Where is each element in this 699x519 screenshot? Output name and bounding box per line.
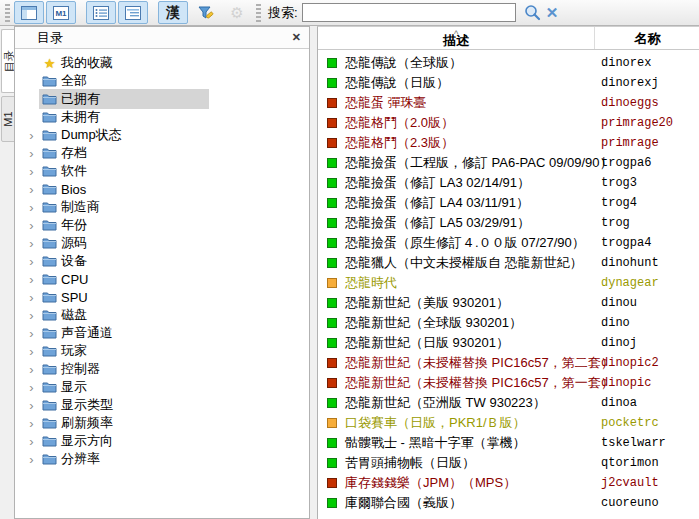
chevron-right-icon[interactable]: › (24, 254, 39, 269)
game-row[interactable]: 恐龍新世紀（美版 930201）dinou (318, 293, 699, 313)
tree-item[interactable]: ›CPU (15, 270, 309, 288)
chevron-right-icon[interactable]: › (24, 326, 39, 341)
chevron-right-icon[interactable]: › (24, 290, 39, 305)
chevron-right-icon[interactable]: › (24, 362, 39, 377)
tree-item[interactable]: ›磁盘 (15, 306, 309, 324)
tree-item-content[interactable]: Dump状态 (39, 125, 127, 145)
settings-button[interactable]: ⚙ (222, 1, 252, 24)
game-row[interactable]: 恐龍撿蛋（修訂 LA5 03/29/91）trog (318, 213, 699, 233)
tree-item-content[interactable]: 制造商 (39, 197, 105, 217)
chevron-right-icon[interactable]: › (24, 416, 39, 431)
tree-item[interactable]: ›源码 (15, 234, 309, 252)
chevron-right-icon[interactable]: › (24, 308, 39, 323)
game-row[interactable]: 恐龍格鬥（2.0版）primrage20 (318, 113, 699, 133)
chevron-right-icon[interactable]: › (24, 200, 39, 215)
tree-item-content[interactable]: CPU (39, 271, 93, 288)
tree-item[interactable]: ›显示 (15, 378, 309, 396)
tree-item[interactable]: ›控制器 (15, 360, 309, 378)
tree-item-content[interactable]: 刷新频率 (39, 413, 118, 433)
chevron-right-icon[interactable]: › (24, 182, 39, 197)
game-row[interactable]: 恐龍蛋 彈珠臺dinoeggs (318, 93, 699, 113)
game-row[interactable]: 恐龍撿蛋（原生修訂４.００版 07/27/90）trogpa4 (318, 233, 699, 253)
toggle-folders-panel-button[interactable] (14, 1, 44, 24)
game-row[interactable]: 恐龍新世紀（全球版 930201）dino (318, 313, 699, 333)
game-row[interactable]: 恐龍傳說（日版）dinorexj (318, 73, 699, 93)
tree-item-content[interactable]: 软件 (39, 161, 92, 181)
tree-item-content[interactable]: 显示类型 (39, 395, 118, 415)
tree-item[interactable]: ›刷新频率 (15, 414, 309, 432)
tree-item-content[interactable]: 分辨率 (39, 449, 105, 469)
toggle-details-view-button[interactable] (118, 1, 148, 24)
tree-item[interactable]: ›年份 (15, 216, 309, 234)
chevron-right-icon[interactable]: › (24, 272, 39, 287)
chevron-right-icon[interactable]: › (24, 380, 39, 395)
search-input[interactable] (302, 3, 516, 22)
toggle-list-view-button[interactable] (86, 1, 116, 24)
tree-item[interactable]: ›制造商 (15, 198, 309, 216)
game-row[interactable]: 恐龍撿蛋（修訂 LA4 03/11/91）trog4 (318, 193, 699, 213)
game-row[interactable]: 庫爾聯合國（義版）cuoreuno (318, 493, 699, 513)
tree-item-content[interactable]: 磁盘 (39, 305, 92, 325)
tree-item[interactable]: ›SPU (15, 288, 309, 306)
tree-item[interactable]: ›Bios (15, 180, 309, 198)
tree-item-content[interactable]: 已拥有 (39, 89, 209, 109)
game-row[interactable]: 恐龍撿蛋（工程版，修訂 PA6-PAC 09/09/90）trogpa6 (318, 153, 699, 173)
column-header-description[interactable]: ^ 描述 (318, 32, 594, 50)
tree-item-content[interactable]: 设备 (39, 251, 92, 271)
filter-button[interactable] (190, 1, 220, 24)
tree-item[interactable]: ›设备 (15, 252, 309, 270)
search-go-button[interactable] (524, 4, 541, 21)
tree-item[interactable]: ›分辨率 (15, 450, 309, 468)
tree-item-content[interactable]: 控制器 (39, 359, 105, 379)
tree-item-content[interactable]: SPU (39, 289, 93, 306)
game-row[interactable]: 恐龍新世紀（未授權替換 PIC16c57，第一套）dinopic (318, 373, 699, 393)
chevron-right-icon[interactable]: › (24, 218, 39, 233)
chevron-right-icon[interactable]: › (24, 344, 39, 359)
tree-item-content[interactable]: 未拥有 (39, 107, 105, 127)
tree-item-content[interactable]: 全部 (39, 71, 92, 91)
search-clear-button[interactable]: ✕ (546, 4, 559, 22)
tree-item-content[interactable]: 玩家 (39, 341, 92, 361)
game-row[interactable]: 恐龍時代dynagear (318, 273, 699, 293)
chevron-right-icon[interactable]: › (24, 398, 39, 413)
game-row[interactable]: 口袋賽車（日版，PKR1/Ｂ版）pocketrc (318, 413, 699, 433)
tree-item[interactable]: ›显示方向 (15, 432, 309, 450)
game-row[interactable]: 恐龍撿蛋（修訂 LA3 02/14/91）trog3 (318, 173, 699, 193)
game-row[interactable]: 恐龍新世紀（亞洲版 TW 930223）dinoa (318, 393, 699, 413)
tree-item[interactable]: ›存档 (15, 144, 309, 162)
chevron-right-icon[interactable]: › (24, 236, 39, 251)
tree-item-content[interactable]: ★我的收藏 (39, 53, 118, 73)
game-row[interactable]: 恐龍獵人（中文未授權版自 恐龍新世紀）dinohunt (318, 253, 699, 273)
tree-item-content[interactable]: 显示方向 (39, 431, 118, 451)
tree-item[interactable]: ›声音通道 (15, 324, 309, 342)
chevron-right-icon[interactable]: › (24, 146, 39, 161)
game-row[interactable]: 恐龍格鬥（2.3版）primrage (318, 133, 699, 153)
game-row[interactable]: 骷髏戰士 - 黑暗十字軍（掌機）tskelwarr (318, 433, 699, 453)
chevron-right-icon[interactable]: › (24, 128, 39, 143)
tree-item-content[interactable]: Bios (39, 181, 91, 198)
tree-item-content[interactable]: 年份 (39, 215, 92, 235)
toolbar-grip-2[interactable] (256, 4, 261, 22)
tree-item[interactable]: 已拥有 (15, 90, 309, 108)
tree-item[interactable]: ›软件 (15, 162, 309, 180)
game-row[interactable]: 恐龍新世紀（日版 930201）dinoj (318, 333, 699, 353)
tree-item-content[interactable]: 存档 (39, 143, 92, 163)
game-row[interactable]: 恐龍新世紀（未授權替換 PIC16c57，第二套）dinopic2 (318, 353, 699, 373)
tree-item[interactable]: ›显示类型 (15, 396, 309, 414)
chevron-right-icon[interactable]: › (24, 452, 39, 467)
tree-item-content[interactable]: 显示 (39, 377, 92, 397)
tree-item[interactable]: ›Dump状态 (15, 126, 309, 144)
tree-item[interactable]: 全部 (15, 72, 309, 90)
game-row[interactable]: 庫存錢錢樂（JPM）（MPS）j2cvault (318, 473, 699, 493)
game-row[interactable]: 恐龍傳說（全球版）dinorex (318, 53, 699, 73)
close-icon[interactable]: ✕ (292, 31, 301, 44)
chevron-right-icon[interactable]: › (24, 164, 39, 179)
column-header-name[interactable]: 名称 (594, 27, 699, 49)
side-tab-m1[interactable]: M1 (1, 96, 15, 142)
tree-item[interactable]: 未拥有 (15, 108, 309, 126)
tree-item-content[interactable]: 源码 (39, 233, 92, 253)
game-row[interactable]: 苦胃頭捕物帳（日版）qtorimon (318, 453, 699, 473)
tree-item[interactable]: ★我的收藏 (15, 54, 309, 72)
tree-item-content[interactable]: 声音通道 (39, 323, 118, 343)
toggle-m1-panel-button[interactable]: M1 (46, 1, 76, 24)
